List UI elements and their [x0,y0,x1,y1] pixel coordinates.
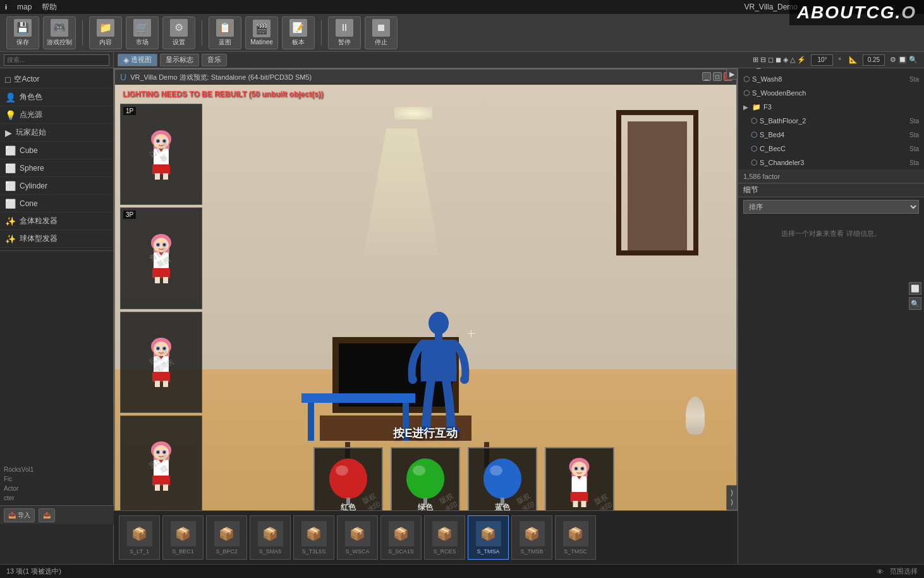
lighting-warning: LIGHTING NEEDS TO BE REBUILT (50 unbuilt… [123,90,324,99]
nav-cylinder[interactable]: ⬜ Cylinder [0,177,113,195]
nav-character[interactable]: 👤 角色色 [0,89,113,106]
status-right: 👁 范围选择 [877,567,918,576]
svg-rect-73 [573,501,578,507]
nav-sphere-emitter[interactable]: ✨ 球体型发器 [0,230,113,248]
pause-icon: ⏸ [336,19,353,37]
export-icon: 📤 [43,512,51,519]
svg-rect-40 [155,381,160,387]
toolbar-stop-button[interactable]: ⏹ 停止 [365,16,398,49]
menu-item-help[interactable]: 帮助 [42,2,57,13]
char-panel-2[interactable]: 3P [120,207,202,309]
nav-player-start[interactable]: ▶ 玩家起始 [0,124,113,142]
right-panel-toggle-bottom[interactable]: ⟩ ⟩ [726,485,738,510]
asset-icon-3: 📦 [214,521,240,546]
sphere-icon: ⬜ [5,163,16,173]
scene-door-frame [616,110,698,255]
toolbar-blueprint-button[interactable]: 📋 蓝图 [209,16,241,49]
toolbar-right-controls: ⊞ ⊟ ◻ ◼ ◈ △ ⚡ ° 📐 ⚙ 🔲 🔍 [750,54,920,66]
minimize-button[interactable]: _ [702,72,711,81]
anime-char-3 [141,335,182,389]
toolbar-content-button[interactable]: 📁 内容 [89,16,122,49]
main-toolbar: 💾 保存 🎮 游戏控制 📁 内容 🛒 市场 ⚙ 设置 📋 蓝图 🎬 Matine… [0,14,924,52]
asset-thumb-9[interactable]: 📦 S_TMSA [468,515,509,560]
export-button[interactable]: 📤 [39,508,55,522]
nav-sphere[interactable]: ⬜ Sphere [0,159,113,177]
rp-icon-btn-2[interactable]: 🔍 [909,297,921,310]
toolbar-market-button[interactable]: 🛒 市场 [126,16,159,49]
cone-icon: ⬜ [5,199,16,209]
asset-thumb-7[interactable]: 📦 S_SCA1S [380,515,422,560]
maximize-button[interactable]: □ [713,72,722,81]
toolbar-mode-icons: ⚙ 🔲 🔍 [887,56,920,64]
toolbar-save-button[interactable]: 💾 保存 [6,16,39,49]
detail-sort-dropdown[interactable]: 排序 [743,200,919,214]
viewport-window: U VR_Villa Demo 游戏预览: Standalone (64-bit… [114,68,738,524]
asset-thumb-5[interactable]: 📦 S_T3L5S [293,515,334,560]
asset-icon-9: 📦 [476,521,501,546]
scene-ceiling-light [394,107,432,120]
asset-icon-8: 📦 [432,521,458,546]
left-search-input[interactable] [4,54,109,66]
hud-slot-char[interactable]: 版权水印 [545,447,614,517]
viewport-title-bar: U VR_Villa Demo 游戏预览: Standalone (64-bit… [115,70,736,85]
status-range-select: 范围选择 [890,567,918,576]
char-panel-1[interactable]: 1P [120,104,202,205]
tree-item-s-bathfloor[interactable]: ⬡ S_BathFloor_2 Sta [738,114,924,128]
asset-icon-1: 📦 [127,521,152,546]
svg-rect-15 [152,164,170,175]
toolbar-matinee-button[interactable]: 🎬 Matinee [245,16,278,49]
tree-item-s-chandeler[interactable]: ⬡ S_Chandeler3 Sta [738,156,924,169]
tree-item-s-wash8[interactable]: ⬡ S_Wash8 Sta [738,72,924,86]
nav-light[interactable]: 💡 点光源 [0,106,113,124]
status-fic: Fic [4,474,109,484]
asset-thumb-3[interactable]: 📦 S_BPC2 [206,515,247,560]
rp-icon-btn-1[interactable]: ⬜ [909,282,921,295]
hud-slot-red[interactable]: 版权水印 红色 [313,447,383,517]
tree-item-f3[interactable]: ▶ 📁 F3 [738,100,924,114]
right-panel: 标签 🔍 ⬡ S_Wash5 Sta ⬡ S_Wash6 Sta ⬡ S_Was… [738,14,924,578]
actor-icon: □ [5,75,10,85]
toolbar-pause-button[interactable]: ⏸ 暂停 [328,16,361,49]
viewport-container: U VR_Villa Demo 游戏预览: Standalone (64-bit… [114,68,738,524]
right-panel-toggle-top[interactable]: ▶ [726,68,738,80]
asset-thumb-1[interactable]: 📦 S_LT_1 [119,515,160,560]
scale-input[interactable] [863,54,885,66]
perspective-icon: ◈ [123,56,129,65]
tree-item-s-bed4[interactable]: ⬡ S_Bed4 Sta [738,128,924,142]
status-item-count: 13 项(1 项被选中) [6,567,61,576]
menu-item-map[interactable]: map [17,3,32,11]
nav-particle-emitter[interactable]: ✨ 盒体粒发器 [0,212,113,230]
show-flags-button[interactable]: 显示标志 [160,54,199,66]
nav-actor[interactable]: □ 空Actor [0,71,113,89]
toolbar-settings-button[interactable]: ⚙ 设置 [162,16,195,49]
tree-item-s-woodenbench[interactable]: ⬡ S_WoodenBench [738,86,924,100]
toolbar-gamecontrol-button[interactable]: 🎮 游戏控制 [43,16,76,49]
svg-point-57 [406,458,444,499]
asset-thumb-6[interactable]: 📦 S_WSCA [337,515,378,560]
tree-item-c-becc[interactable]: ⬡ C_BecC Sta [738,142,924,156]
expand-arrow-f3: ▶ [743,104,750,111]
nav-cube[interactable]: ⬜ Cube [0,142,113,159]
char-panel-3[interactable]: 玩家出现消失 [120,312,202,413]
angle-unit: ° [836,56,843,64]
import-button[interactable]: 📥 导入 [4,508,35,522]
audio-button[interactable]: 音乐 [202,54,227,66]
nav-cone[interactable]: ⬜ Cone [0,195,113,212]
interaction-hint: 按E进行互动 [115,426,736,441]
svg-point-61 [490,465,502,476]
asset-thumb-4[interactable]: 📦 S_SMA5 [250,515,291,560]
perspective-view-button[interactable]: ◈ 透视图 [118,54,157,66]
mesh-icon-8: ⬡ [751,144,757,153]
asset-thumb-10[interactable]: 📦 S_TMSB [511,515,552,560]
asset-thumb-2[interactable]: 📦 S_BEC1 [162,515,204,560]
hud-slot-blue[interactable]: 版权水印 蓝色 [468,447,537,517]
asset-thumb-11[interactable]: 📦 S_TMSC [555,515,596,560]
hud-slot-green[interactable]: 版权水印 绿色 [391,447,460,517]
viewport-scene[interactable]: LIGHTING NEEDS TO BE REBUILT (50 unbuilt… [115,85,736,523]
toolbar-script-button[interactable]: 📝 板本 [282,16,315,49]
watermark-partial: O [901,3,916,22]
asset-thumb-8[interactable]: 📦 S_RCES [424,515,465,560]
svg-point-21 [154,238,169,253]
detail-empty-message: 选择一个对象来查看 详细信息。 [738,216,924,251]
angle-input[interactable] [811,54,833,66]
